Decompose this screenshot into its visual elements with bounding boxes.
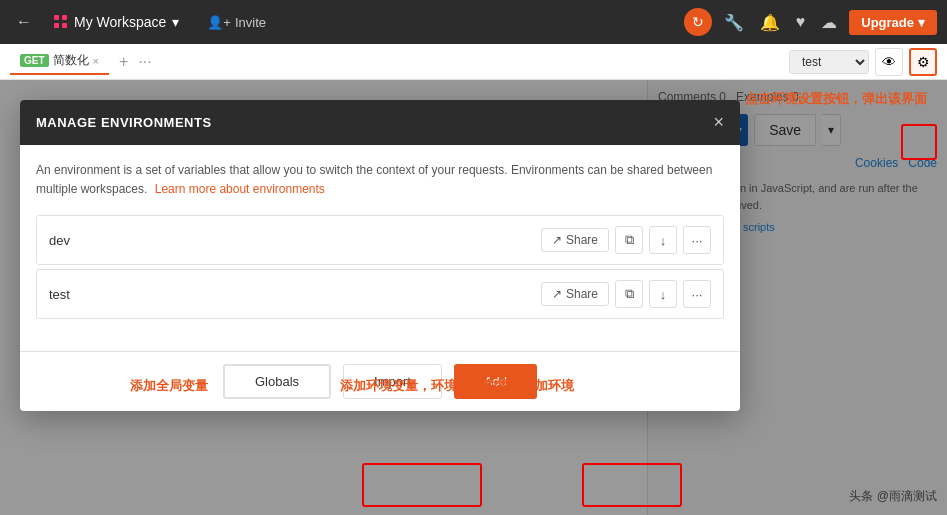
modal-footer: Globals Import Add: [20, 351, 740, 411]
tab-more-icon[interactable]: ···: [138, 53, 151, 71]
manage-environments-modal: MANAGE ENVIRONMENTS × An environment is …: [20, 100, 740, 411]
modal-description: An environment is a set of variables tha…: [36, 161, 724, 199]
import-button[interactable]: Import: [343, 364, 442, 399]
env-name-dev: dev: [49, 233, 541, 248]
env-name-test: test: [49, 287, 541, 302]
main-area: Comments 0 Examples 0 Send ▾ Save ▾ Cook…: [0, 80, 947, 515]
modal-close-button[interactable]: ×: [713, 112, 724, 133]
env-actions-test: ↗ Share ⧉ ↓ ···: [541, 280, 711, 308]
bell-icon: 🔔: [756, 9, 784, 36]
wrench-icon: 🔧: [720, 9, 748, 36]
workspace-chevron-icon: ▾: [172, 14, 179, 30]
upgrade-button[interactable]: Upgrade ▾: [849, 10, 937, 35]
modal-title: MANAGE ENVIRONMENTS: [36, 115, 212, 130]
duplicate-icon-dev: ⧉: [625, 232, 634, 248]
env-duplicate-button-test[interactable]: ⧉: [615, 280, 643, 308]
eye-button[interactable]: 👁: [875, 48, 903, 76]
workspace-label: My Workspace: [74, 14, 166, 30]
nav-back-button[interactable]: ←: [10, 9, 38, 35]
duplicate-icon-test: ⧉: [625, 286, 634, 302]
upgrade-label: Upgrade: [861, 15, 914, 30]
more-icon-test: ···: [692, 287, 703, 302]
more-icon-dev: ···: [692, 233, 703, 248]
env-download-button-dev[interactable]: ↓: [649, 226, 677, 254]
environment-list: dev ↗ Share ⧉ ↓: [36, 215, 724, 319]
env-share-button-test[interactable]: ↗ Share: [541, 282, 609, 306]
annotation-click-gear: 点击环境设置按钮，弹出该界面: [745, 90, 927, 108]
second-bar-right: test dev 👁 ⚙: [789, 48, 937, 76]
workspace-button[interactable]: My Workspace ▾: [46, 10, 187, 34]
env-share-button-dev[interactable]: ↗ Share: [541, 228, 609, 252]
modal-overlay: MANAGE ENVIRONMENTS × An environment is …: [0, 80, 947, 515]
modal-body: An environment is a set of variables tha…: [20, 145, 740, 351]
request-tab[interactable]: GET 简数化 ×: [10, 48, 109, 75]
env-more-button-dev[interactable]: ···: [683, 226, 711, 254]
tab-name: 简数化: [53, 52, 89, 69]
modal-header: MANAGE ENVIRONMENTS ×: [20, 100, 740, 145]
env-more-button-test[interactable]: ···: [683, 280, 711, 308]
environment-select[interactable]: test dev: [789, 50, 869, 74]
invite-button[interactable]: 👤+ Invite: [207, 15, 266, 30]
globals-button[interactable]: Globals: [223, 364, 331, 399]
heart-icon: ♥: [792, 9, 810, 35]
env-download-button-test[interactable]: ↓: [649, 280, 677, 308]
upgrade-chevron-icon: ▾: [918, 15, 925, 30]
env-actions-dev: ↗ Share ⧉ ↓ ···: [541, 226, 711, 254]
invite-icon: 👤+: [207, 15, 231, 30]
learn-more-link[interactable]: Learn more about environments: [155, 182, 325, 196]
share-icon-test: ↗: [552, 287, 562, 301]
env-row-dev: dev ↗ Share ⧉ ↓: [36, 215, 724, 265]
env-duplicate-button-dev[interactable]: ⧉: [615, 226, 643, 254]
tab-add-icon[interactable]: +: [119, 53, 128, 71]
navbar: ← My Workspace ▾ 👤+ Invite ↻ 🔧 🔔 ♥ ☁ Upg…: [0, 0, 947, 44]
env-row-test: test ↗ Share ⧉ ↓: [36, 269, 724, 319]
share-icon-dev: ↗: [552, 233, 562, 247]
gear-button[interactable]: ⚙: [909, 48, 937, 76]
method-badge: GET: [20, 54, 49, 67]
download-icon-dev: ↓: [660, 233, 667, 248]
sync-button[interactable]: ↻: [684, 8, 712, 36]
cloud-icon: ☁: [817, 9, 841, 36]
workspace-icon: [54, 15, 68, 29]
tab-close-icon[interactable]: ×: [93, 55, 99, 67]
invite-label: Invite: [235, 15, 266, 30]
download-icon-test: ↓: [660, 287, 667, 302]
tab-bar: GET 简数化 × + ··· test dev 👁 ⚙: [0, 44, 947, 80]
add-button[interactable]: Add: [454, 364, 537, 399]
